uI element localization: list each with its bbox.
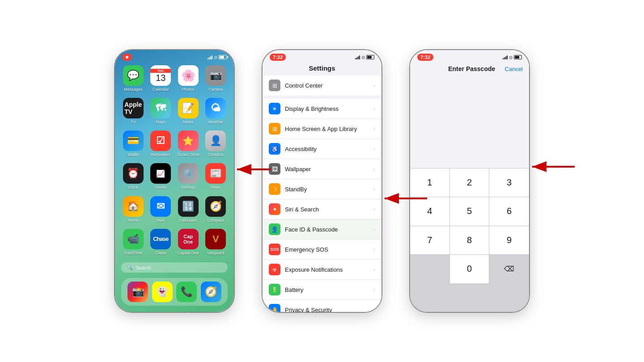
app-mail[interactable]: ✉ Mail (149, 196, 173, 225)
search-placeholder: Search (136, 265, 151, 270)
maps-label: Maps (156, 120, 165, 124)
app-home[interactable]: 🏠 Home (121, 196, 145, 225)
dock-phone[interactable]: 📞 (176, 282, 197, 302)
standby-label: StandBy (285, 186, 369, 193)
privacy-label: Privacy & Security (285, 307, 369, 312)
arrow2-container (380, 192, 432, 205)
app-notes[interactable]: 📝 Notes (176, 98, 200, 127)
key-delete[interactable]: ⌫ (489, 255, 529, 283)
news-icon: 📰 (205, 163, 226, 184)
wifi-3: ⊙ (509, 55, 513, 60)
settings-battery[interactable]: 🔋 Battery › (263, 280, 381, 300)
settings-bg: 7:32 ⊙ Settings (263, 50, 381, 312)
settings-control-center[interactable]: ⊞ Control Center › (263, 76, 381, 95)
chase-label: Chase (155, 251, 166, 255)
settings-homescreen[interactable]: ⊞ Home Screen & App Library › (263, 119, 381, 139)
battery-2 (366, 55, 374, 59)
wifi-2: ⊙ (361, 55, 365, 60)
arrow3-container (528, 160, 579, 173)
search-icon: 🔍 (127, 265, 133, 270)
settings-accessibility[interactable]: ♿ Accessibility › (263, 139, 381, 159)
app-maps[interactable]: 🗺 Maps (149, 98, 173, 127)
status-right-2: ⊙ (355, 55, 374, 60)
settings-display[interactable]: ☀ Display & Brightness › (263, 99, 381, 119)
key-0[interactable]: 0 (450, 255, 490, 283)
status-bar-2: 7:32 ⊙ (263, 50, 381, 63)
arrow1-svg (233, 163, 275, 176)
dock-snapchat[interactable]: 👻 (152, 282, 173, 302)
tv-icon: AppleTV (123, 98, 144, 118)
settings-sos[interactable]: SOS Emergency SOS › (263, 240, 381, 260)
search-bar[interactable]: 🔍 Search (121, 262, 228, 273)
key-6[interactable]: 6 (489, 197, 529, 226)
app-tv[interactable]: AppleTV TV (121, 98, 145, 127)
app-calculator[interactable]: 🔢 Calculator (176, 196, 200, 225)
app-itunes[interactable]: ⭐ iTunes Store (176, 130, 200, 160)
facetime-label: FaceTime (124, 251, 142, 255)
battery-3 (514, 55, 522, 59)
chevron-2: › (373, 126, 375, 131)
app-clock[interactable]: ⏰ Clock (121, 163, 145, 192)
cancel-button[interactable]: Cancel (505, 66, 523, 72)
cal-date: 13 (156, 73, 165, 83)
settings-standby[interactable]: ☽ StandBy › (263, 179, 381, 199)
chevron-7: › (373, 227, 375, 232)
settings-exposure[interactable]: ☣ Exposure Notifications › (263, 260, 381, 280)
status-bar-3: 7:32 ⊙ (410, 50, 529, 63)
siri-label: Siri & Search (285, 206, 369, 213)
settings-privacy[interactable]: 🤚 Privacy & Security › (263, 300, 381, 312)
exposure-label: Exposure Notifications (285, 266, 369, 273)
app-facetime[interactable]: 📹 FaceTime (121, 229, 145, 258)
photos-label: Photos (182, 87, 195, 92)
dock-instagram[interactable]: 📸 (127, 282, 148, 302)
key-8[interactable]: 8 (450, 226, 490, 255)
app-stocks[interactable]: 📈 Stocks (149, 163, 173, 192)
clock-icon: ⏰ (123, 163, 144, 184)
status-bar-1: ⊙ (115, 50, 234, 63)
signal-bars-2 (355, 55, 360, 59)
home-icon: 🏠 (123, 196, 144, 217)
key-5[interactable]: 5 (450, 197, 490, 226)
display-icon-wrap: ☀ (269, 103, 280, 114)
chevron-3: › (373, 146, 375, 152)
phone-icon: 📞 (176, 282, 197, 302)
mail-label: Mail (157, 218, 165, 223)
app-calendar[interactable]: THU 13 Calendar (149, 65, 173, 94)
settings-siri[interactable]: ✦ Siri & Search › (263, 199, 381, 219)
app-contacts[interactable]: 👤 Contacts (204, 130, 228, 160)
dock-safari[interactable]: 🧭 (201, 282, 221, 302)
phone3-passcode: 7:32 ⊙ Enter Passcode (409, 49, 530, 313)
sos-label: Emergency SOS (285, 246, 369, 253)
homescreen-label: Home Screen & App Library (285, 126, 369, 132)
chevron-11: › (373, 307, 375, 312)
reminders-label: Reminders (151, 152, 170, 157)
app-news[interactable]: 📰 News (204, 163, 228, 192)
app-wallet[interactable]: 💳 Wallet (121, 130, 145, 160)
app-compass[interactable]: 🧭 Compass (204, 196, 228, 225)
battery-icon-wrap: 🔋 (269, 284, 280, 295)
app-vanguard[interactable]: V Vanguard (204, 229, 228, 258)
app-settings[interactable]: ⚙️ Settings (176, 163, 200, 192)
key-2[interactable]: 2 (450, 168, 490, 198)
battery-fill (220, 56, 224, 59)
app-camera[interactable]: 📷 Camera (204, 65, 228, 94)
control-center-icon: ⊞ (272, 82, 277, 89)
passcode-title: Enter Passcode (448, 65, 495, 72)
sos-icon: SOS (270, 247, 279, 252)
app-weather[interactable]: 🌤 Weather (204, 98, 228, 127)
app-messages[interactable]: 💬 Messages (121, 65, 145, 94)
key-9[interactable]: 9 (489, 226, 529, 255)
app-capitalone[interactable]: CapOne Capital One (176, 229, 200, 258)
key-7[interactable]: 7 (410, 226, 450, 255)
stocks-icon: 📈 (150, 163, 171, 184)
capitalone-icon: CapOne (178, 229, 199, 249)
app-reminders[interactable]: ☑ Reminders (149, 130, 173, 160)
settings-faceid[interactable]: 👤 Face ID & Passcode › (263, 219, 381, 240)
facetime-icon: 📹 (123, 229, 144, 249)
settings-wallpaper[interactable]: 🖼 Wallpaper › (263, 159, 381, 179)
app-chase[interactable]: Chase Chase (149, 229, 173, 258)
app-photos[interactable]: 🌸 Photos (176, 65, 200, 94)
homescreen-icon: ⊞ (272, 126, 277, 132)
arrow2-svg (380, 192, 432, 205)
key-3[interactable]: 3 (489, 168, 529, 198)
